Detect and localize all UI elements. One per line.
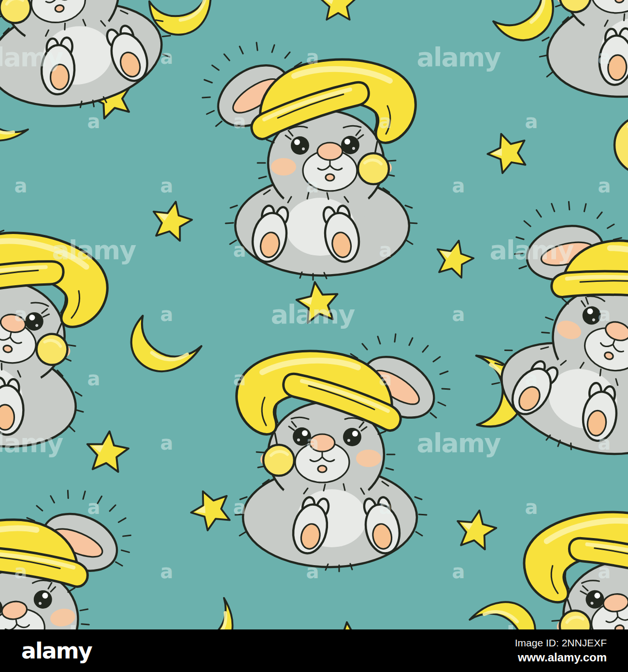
watermark-letter: a — [233, 239, 246, 261]
watermark-letter: a — [233, 496, 246, 518]
footer-bar: alamy Image ID: 2NNJEXF www.alamy.com — [0, 629, 628, 672]
watermark-letter: a — [598, 432, 611, 454]
watermark-brand-text: alamy — [0, 428, 63, 458]
watermark-brand-text: alamy — [417, 42, 501, 73]
watermark-letter: a — [233, 0, 246, 4]
watermark-letter: a — [160, 303, 173, 325]
watermark-letter: a — [14, 560, 28, 583]
watermark-letter: a — [160, 432, 173, 454]
watermark-letter: a — [306, 432, 319, 454]
watermark-brand-text: alamy — [490, 235, 574, 265]
watermark-letter: a — [233, 367, 246, 390]
stock-image-page: aaaaalamyaaalamyaaaaaaaaaaalamyaaalamyaa… — [0, 0, 628, 672]
image-id-text: Image ID: 2NNJEXF — [515, 636, 607, 650]
watermark-letter: a — [379, 110, 392, 132]
watermark-letter: a — [452, 303, 465, 325]
watermark-letter: a — [598, 560, 611, 583]
watermark-letter: a — [87, 496, 100, 518]
watermark-letter: a — [87, 367, 100, 390]
watermark-brand-text: alamy — [52, 235, 137, 265]
watermark-letter: a — [452, 560, 465, 583]
watermark-letter: a — [598, 46, 611, 68]
watermark-brand-text: alamy — [490, 621, 574, 630]
watermark-letter: a — [160, 46, 173, 68]
watermark-letter: a — [525, 367, 538, 390]
watermark-letter: a — [525, 110, 538, 132]
watermark-letter: a — [233, 110, 246, 132]
watermark-letter: a — [87, 0, 100, 4]
watermark-brand-text: alamy — [52, 621, 137, 630]
watermark-letter: a — [525, 0, 538, 4]
watermark-letter: a — [306, 175, 319, 197]
watermark-letter: a — [233, 625, 246, 629]
seamless-bunny-pattern: aaaaalamyaaalamyaaaaaaaaaaalamyaaalamyaa… — [0, 0, 628, 629]
watermark-letter: a — [598, 303, 611, 325]
alamy-logo: alamy — [21, 638, 92, 664]
image-meta: Image ID: 2NNJEXF www.alamy.com — [515, 636, 607, 666]
watermark-brand-text: alamy — [0, 42, 63, 73]
watermark-letter: a — [379, 239, 392, 261]
watermark-letter: a — [379, 0, 392, 4]
watermark-letter: a — [87, 110, 100, 132]
watermark-letter: a — [379, 367, 392, 390]
watermark-brand-text: alamy — [271, 299, 356, 330]
watermark-letter: a — [306, 560, 319, 583]
watermark-letter: a — [525, 496, 538, 518]
watermark-letter: a — [379, 625, 392, 629]
watermark-letter: a — [160, 560, 173, 583]
watermark-letter: a — [598, 175, 611, 197]
watermark-letter: a — [14, 175, 28, 197]
watermark-letter: a — [306, 46, 319, 68]
watermark-letter: a — [160, 175, 173, 197]
watermark-letter: a — [14, 303, 28, 325]
watermark-letter: a — [452, 175, 465, 197]
watermark-letter: a — [379, 496, 392, 518]
website-text: www.alamy.com — [515, 650, 607, 665]
watermark-brand-text: alamy — [417, 428, 501, 458]
